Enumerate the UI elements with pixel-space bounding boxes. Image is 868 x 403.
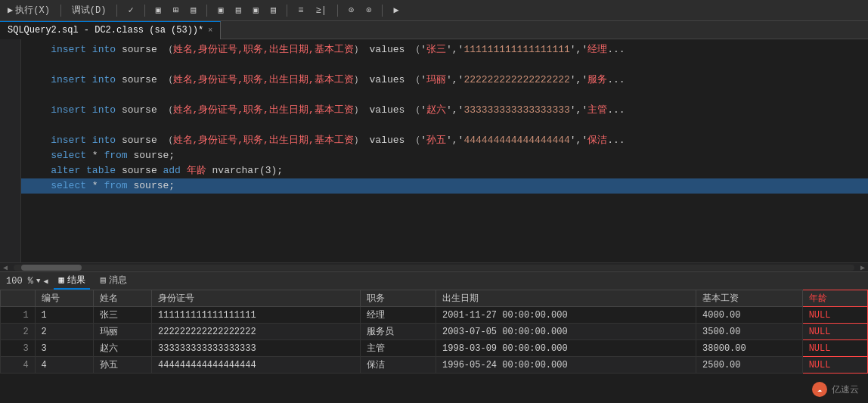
cell-salary-3: 38000.00	[696, 340, 803, 357]
play-icon: ▶	[8, 5, 13, 16]
cell-salary-2: 3500.00	[696, 324, 803, 340]
watermark: ☁ 亿速云	[812, 382, 859, 397]
table-row: 2 2 玛丽 222222222222222222 服务员 2003-07-05…	[1, 324, 868, 340]
th-age: 年龄	[802, 290, 867, 307]
toolbar-align[interactable]: ≥|	[313, 4, 330, 17]
th-birth: 出生日期	[436, 290, 696, 307]
code-line-12	[21, 209, 868, 224]
cell-job-1: 经理	[361, 307, 436, 324]
cell-rownum-1: 1	[1, 307, 36, 324]
horizontal-scrollbar[interactable]: ◀ ▶	[0, 262, 868, 271]
table-row: 3 3 赵六 333333333333333333 主管 1998-03-09 …	[1, 340, 868, 357]
toolbar-obj5[interactable]: ▤	[233, 3, 244, 17]
scroll-left-btn[interactable]: ◀	[0, 263, 11, 272]
cell-salary-1: 4000.00	[696, 307, 803, 324]
cell-job-4: 保洁	[361, 357, 436, 374]
code-line-6	[21, 118, 868, 133]
code-line-1: insert into sourse （姓名,身份证号,职务,出生日期,基本工资…	[21, 42, 868, 57]
scroll-thumb[interactable]	[21, 265, 82, 271]
toolbar-arrow[interactable]: ▶	[390, 3, 401, 17]
toolbar-sep-3	[144, 5, 145, 17]
toolbar-obj4[interactable]: ▣	[215, 3, 226, 17]
cell-age-3: NULL	[802, 340, 867, 357]
toolbar-sep-4	[206, 5, 207, 17]
zoom-value: 100 %	[6, 276, 33, 287]
cell-idcard-4: 444444444444444444	[152, 357, 361, 374]
cell-birth-1: 2001-11-27 00:00:00.000	[436, 307, 696, 324]
code-line-10: select * from sourse;	[21, 178, 868, 194]
scroll-left-icon[interactable]: ◀	[43, 277, 48, 286]
code-line-8: select * from sourse;	[21, 148, 868, 163]
results-toolbar: 100 % ▼ ◀ ▦ 结果 ▤ 消息	[0, 271, 868, 290]
zoom-dropdown-icon[interactable]: ▼	[36, 277, 40, 285]
code-line-9: alter table sourse add 年龄 nvarchar(3);	[21, 163, 868, 178]
cell-idcard-1: 111111111111111111	[152, 307, 361, 324]
code-area[interactable]: insert into sourse （姓名,身份证号,职务,出生日期,基本工资…	[21, 39, 868, 262]
table-row: 4 4 孙五 444444444444444444 保洁 1996-05-24 …	[1, 357, 868, 374]
code-line-2	[21, 57, 868, 73]
toolbar-sep-5	[287, 5, 287, 17]
execute-label[interactable]: 执行(X)	[15, 4, 50, 17]
messages-tab-label: 消息	[109, 274, 127, 287]
toolbar-circle2[interactable]: ⊙	[363, 3, 374, 17]
table-body: 1 1 张三 111111111111111111 经理 2001-11-27 …	[1, 307, 868, 374]
table-header-row: 编号 姓名 身份证号 职务 出生日期 基本工资 年龄	[1, 290, 868, 307]
toolbar-execute[interactable]: ▶ 执行(X)	[5, 2, 53, 18]
toolbar-obj2[interactable]: ⊞	[170, 3, 181, 17]
cell-name-3: 赵六	[93, 340, 151, 357]
results-area[interactable]: 编号 姓名 身份证号 职务 出生日期 基本工资 年龄 1 1 张三 111111	[0, 290, 868, 403]
messages-icon: ▤	[101, 274, 106, 286]
th-rownum	[1, 290, 36, 307]
tab-bar: SQLQuery2.sql - DC2.class (sa (53))* ×	[0, 21, 868, 39]
toolbar-format[interactable]: ≡	[295, 4, 306, 17]
cell-age-2: NULL	[802, 324, 867, 340]
zoom-area: 100 % ▼ ◀	[6, 276, 48, 287]
th-name: 姓名	[93, 290, 151, 307]
results-tab-label: 结果	[67, 274, 85, 287]
editor-panel: insert into sourse （姓名,身份证号,职务,出生日期,基本工资…	[0, 39, 868, 403]
cell-idcard-3: 333333333333333333	[152, 340, 361, 357]
code-line-13	[21, 224, 868, 239]
cell-name-4: 孙五	[93, 357, 151, 374]
cell-rownum-4: 4	[1, 357, 36, 374]
cell-id-4: 4	[35, 357, 93, 374]
scroll-right-btn[interactable]: ▶	[857, 263, 868, 272]
toolbar-obj7[interactable]: ▤	[268, 3, 279, 17]
toolbar-obj3[interactable]: ▤	[188, 3, 199, 17]
code-line-3: insert into sourse （姓名,身份证号,职务,出生日期,基本工资…	[21, 73, 868, 88]
results-tab-btn[interactable]: ▦ 结果	[54, 272, 89, 290]
code-line-11	[21, 194, 868, 209]
cell-age-4: NULL	[802, 357, 867, 374]
tab-close-btn[interactable]: ×	[208, 26, 212, 35]
cell-birth-2: 2003-07-05 00:00:00.000	[436, 324, 696, 340]
debug-label: 调试(D)	[72, 4, 107, 17]
toolbar-sep-7	[382, 5, 383, 17]
th-salary: 基本工资	[696, 290, 803, 307]
cell-id-1: 1	[35, 307, 93, 324]
main-area: insert into sourse （姓名,身份证号,职务,出生日期,基本工资…	[0, 39, 868, 403]
toolbar-check[interactable]: ✓	[125, 3, 136, 17]
code-line-4	[21, 88, 868, 103]
th-idcard: 身份证号	[152, 290, 361, 307]
watermark-text: 亿速云	[832, 383, 859, 396]
cell-birth-4: 1996-05-24 00:00:00.000	[436, 357, 696, 374]
toolbar-obj6[interactable]: ▣	[250, 3, 262, 17]
cell-salary-4: 2500.00	[696, 357, 803, 374]
sql-query-tab[interactable]: SQLQuery2.sql - DC2.class (sa (53))* ×	[0, 21, 221, 39]
sql-editor[interactable]: insert into sourse （姓名,身份证号,职务,出生日期,基本工资…	[0, 39, 868, 262]
toolbar-sep-6	[337, 5, 338, 17]
toolbar-circle1[interactable]: ⊙	[346, 3, 357, 17]
messages-tab-btn[interactable]: ▤ 消息	[96, 272, 132, 290]
cell-job-2: 服务员	[361, 324, 436, 340]
line-numbers	[0, 39, 21, 262]
toolbar-obj1[interactable]: ▣	[153, 3, 164, 17]
cell-job-3: 主管	[361, 340, 436, 357]
cell-rownum-2: 2	[1, 324, 36, 340]
scroll-track[interactable]	[14, 265, 854, 271]
toolbar-sep-1	[60, 5, 61, 17]
cell-age-1: NULL	[802, 307, 867, 324]
cell-id-3: 3	[35, 340, 93, 357]
cell-birth-3: 1998-03-09 00:00:00.000	[436, 340, 696, 357]
table-row: 1 1 张三 111111111111111111 经理 2001-11-27 …	[1, 307, 868, 324]
toolbar-debug[interactable]: 调试(D)	[69, 2, 110, 18]
